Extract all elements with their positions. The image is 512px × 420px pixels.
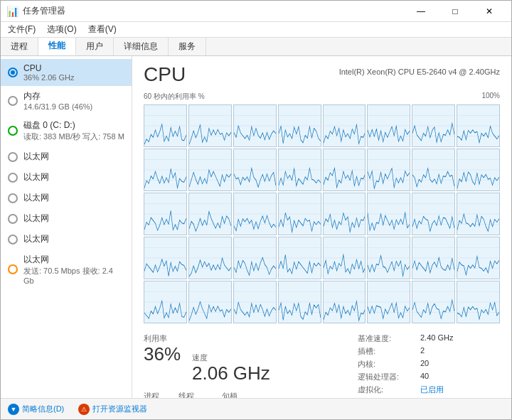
- cpu-graph-8: [457, 104, 500, 147]
- sidebar-cpu-text: CPU 36% 2.06 GHz: [23, 63, 124, 82]
- menu-bar: 文件(F) 选项(O) 查看(V): [1, 22, 511, 38]
- cpu-graph-40: [457, 281, 500, 323]
- cpu-graph-27: [233, 237, 277, 279]
- sidebar-item-eth3[interactable]: 以太网: [1, 188, 132, 208]
- tab-details[interactable]: 详细信息: [114, 38, 169, 55]
- cpu-graphs-container: [144, 104, 500, 323]
- virt-value: 已启用: [420, 384, 444, 395]
- tab-users[interactable]: 用户: [76, 38, 114, 55]
- window-title: 任务管理器: [23, 5, 65, 17]
- eth1-status-dot: [8, 152, 18, 162]
- maximize-button[interactable]: □: [439, 4, 471, 19]
- cpu-graph-29: [323, 237, 366, 279]
- spec-virt: 虚拟化: 已启用: [358, 384, 500, 395]
- cpu-graph-12: [278, 149, 321, 191]
- summary-label: 简略信息(D): [22, 404, 64, 414]
- cpu-graph-23: [412, 193, 455, 235]
- cpu-graph-17: [144, 193, 187, 235]
- monitor-label: 打开资源监视器: [92, 404, 147, 414]
- process-stats-row: 进程 213 线程 2059 句柄 81651: [144, 391, 358, 398]
- stats-section: 利用率 36% 速度 2.06 GHz 进程 213: [144, 333, 500, 398]
- cores-value: 20: [420, 359, 429, 370]
- speed-value: 2.06 GHz: [192, 363, 270, 384]
- cpu-graph-33: [144, 281, 187, 323]
- tab-process[interactable]: 进程: [1, 38, 38, 55]
- cpu-graph-35: [233, 281, 277, 323]
- threads-label: 线程: [178, 391, 210, 398]
- cpu-graph-13: [323, 149, 366, 191]
- sidebar-item-eth4[interactable]: 以太网: [1, 208, 132, 229]
- graph-label-left: 60 秒内的利用率 %: [144, 92, 205, 102]
- cpu-graph-36: [278, 281, 321, 323]
- sidebar-cpu-title: CPU: [23, 63, 124, 73]
- bottom-bar: ▼ 简略信息(D) ⚠ 打开资源监视器: [1, 398, 511, 419]
- cpu-graph-4: [278, 104, 321, 147]
- tabs-bar: 进程 性能 用户 详细信息 服务: [1, 38, 511, 56]
- stats-col-right: 基准速度: 2.40 GHz 插槽: 2 内核: 20 逻辑处理器: 40: [358, 333, 500, 398]
- summary-icon: ▼: [8, 404, 19, 415]
- logical-label: 逻辑处理器:: [358, 372, 415, 382]
- sockets-value: 2: [420, 346, 425, 357]
- graph-labels-row: 60 秒内的利用率 % 100%: [144, 92, 500, 104]
- utilization-label: 利用率: [144, 333, 358, 344]
- sidebar-item-memory[interactable]: 内存 14.6/31.9 GB (46%): [1, 86, 132, 115]
- eth3-status-dot: [8, 193, 18, 203]
- sidebar-eth3-title: 以太网: [23, 192, 124, 204]
- processes-label: 进程: [144, 391, 167, 398]
- sidebar-memory-subtitle: 14.6/31.9 GB (46%): [23, 102, 124, 111]
- sidebar-memory-text: 内存 14.6/31.9 GB (46%): [23, 90, 124, 111]
- menu-options[interactable]: 选项(O): [43, 22, 80, 37]
- cpu-graph-10: [188, 149, 232, 191]
- sidebar-item-eth6[interactable]: 以太网 发送: 70.5 Mbps 接收: 2.4 Gb: [1, 249, 132, 289]
- spec-base-speed: 基准速度: 2.40 GHz: [358, 333, 500, 344]
- title-bar-left: 📊 任务管理器: [6, 5, 65, 17]
- sidebar-item-eth1[interactable]: 以太网: [1, 146, 132, 167]
- menu-view[interactable]: 查看(V): [84, 22, 121, 37]
- summary-button[interactable]: ▼ 简略信息(D): [8, 404, 64, 415]
- stats-col-left: 利用率 36% 速度 2.06 GHz 进程 213: [144, 333, 358, 398]
- cpu-graph-2: [188, 104, 232, 147]
- virt-label: 虚拟化:: [358, 384, 415, 395]
- close-button[interactable]: ✕: [473, 4, 506, 19]
- tab-services[interactable]: 服务: [169, 38, 206, 55]
- minimize-button[interactable]: —: [405, 4, 437, 19]
- sidebar-item-eth2[interactable]: 以太网: [1, 167, 132, 188]
- sidebar-cpu-subtitle: 36% 2.06 GHz: [23, 73, 124, 82]
- sidebar-disk-subtitle: 读取: 383 MB/秒 写入: 758 M: [23, 131, 124, 142]
- cpu-graph-21: [323, 193, 366, 235]
- cpu-graph-14: [367, 149, 410, 191]
- sidebar-disk-text: 磁盘 0 (C: D:) 读取: 383 MB/秒 写入: 758 M: [23, 119, 124, 142]
- cpu-graph-30: [367, 237, 410, 279]
- sidebar-eth5-title: 以太网: [23, 233, 124, 245]
- sidebar-item-eth5[interactable]: 以太网: [1, 229, 132, 249]
- sockets-label: 插槽:: [358, 346, 415, 357]
- cpu-graph-7: [412, 104, 455, 147]
- cpu-graph-38: [367, 281, 410, 323]
- utilization-value: 36%: [144, 344, 181, 365]
- eth6-status-dot: [8, 264, 18, 274]
- menu-file[interactable]: 文件(F): [4, 22, 40, 37]
- cpu-graph-6: [367, 104, 410, 147]
- cpu-graph-18: [188, 193, 232, 235]
- spec-cores: 内核: 20: [358, 359, 500, 370]
- sidebar-eth6-subtitle: 发送: 70.5 Mbps 接收: 2.4 Gb: [23, 266, 124, 285]
- sidebar-item-cpu[interactable]: CPU 36% 2.06 GHz: [1, 59, 132, 86]
- cpu-graph-39: [412, 281, 455, 323]
- sidebar-eth4-title: 以太网: [23, 212, 124, 225]
- resource-monitor-button[interactable]: ⚠ 打开资源监视器: [78, 404, 147, 415]
- cpu-graph-22: [367, 193, 410, 235]
- sidebar-item-disk[interactable]: 磁盘 0 (C: D:) 读取: 383 MB/秒 写入: 758 M: [1, 115, 132, 146]
- cpu-heading: CPU: [144, 63, 186, 86]
- spec-logical: 逻辑处理器: 40: [358, 372, 500, 382]
- cpu-graph-25: [144, 237, 187, 279]
- disk-status-dot: [8, 126, 18, 136]
- cpu-graph-11: [233, 149, 277, 191]
- spec-sockets: 插槽: 2: [358, 346, 500, 357]
- tab-performance[interactable]: 性能: [38, 38, 76, 55]
- handles-group: 句柄 81651: [222, 391, 262, 398]
- detail-panel: CPU Intel(R) Xeon(R) CPU E5-2640 v4 @ 2.…: [132, 56, 511, 398]
- utilization-group: 利用率 36% 速度 2.06 GHz: [144, 333, 358, 384]
- sidebar-eth2-text: 以太网: [23, 171, 124, 183]
- sidebar-eth3-text: 以太网: [23, 192, 124, 204]
- sidebar-eth4-text: 以太网: [23, 212, 124, 225]
